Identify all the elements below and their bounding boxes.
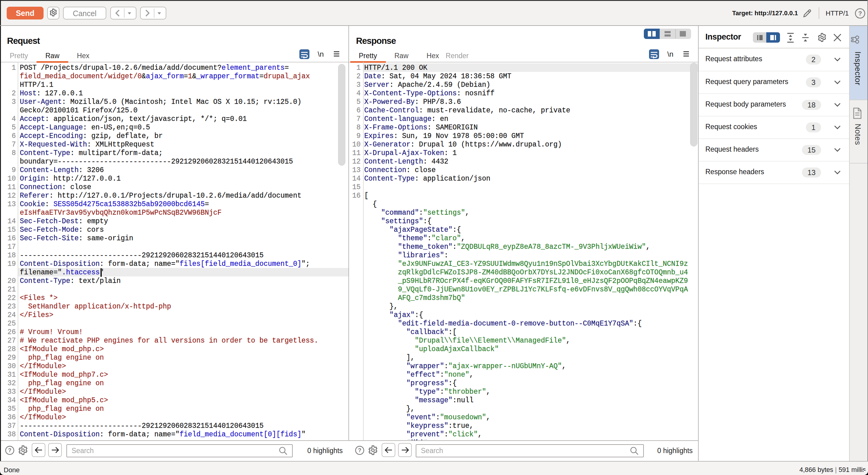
svg-text:?: ? bbox=[858, 10, 862, 17]
svg-text:?: ? bbox=[358, 447, 362, 453]
svg-text:?: ? bbox=[8, 447, 11, 453]
